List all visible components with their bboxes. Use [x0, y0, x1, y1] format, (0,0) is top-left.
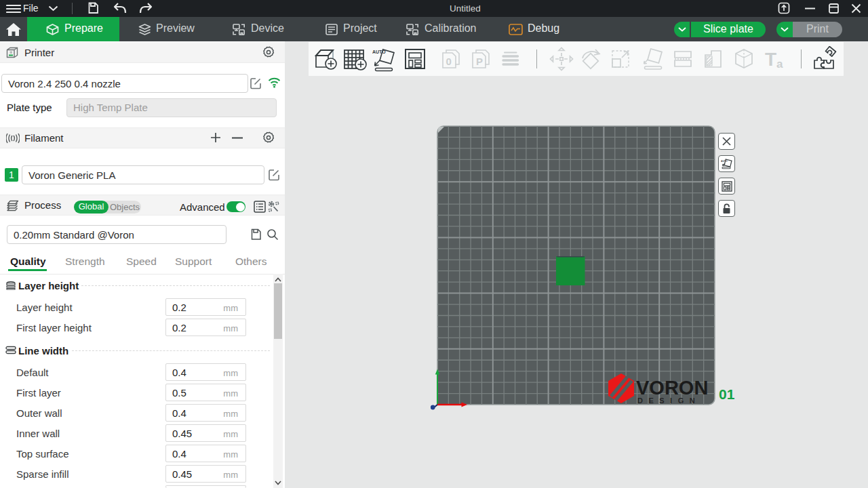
svg-text:DESIGN: DESIGN: [637, 396, 701, 405]
svg-text:a: a: [776, 58, 783, 70]
svg-text:P: P: [476, 56, 483, 67]
svg-text:AUTO: AUTO: [721, 159, 728, 162]
svg-text:VORON: VORON: [636, 377, 708, 399]
svg-text:0: 0: [446, 56, 452, 67]
svg-text:T: T: [765, 49, 776, 70]
